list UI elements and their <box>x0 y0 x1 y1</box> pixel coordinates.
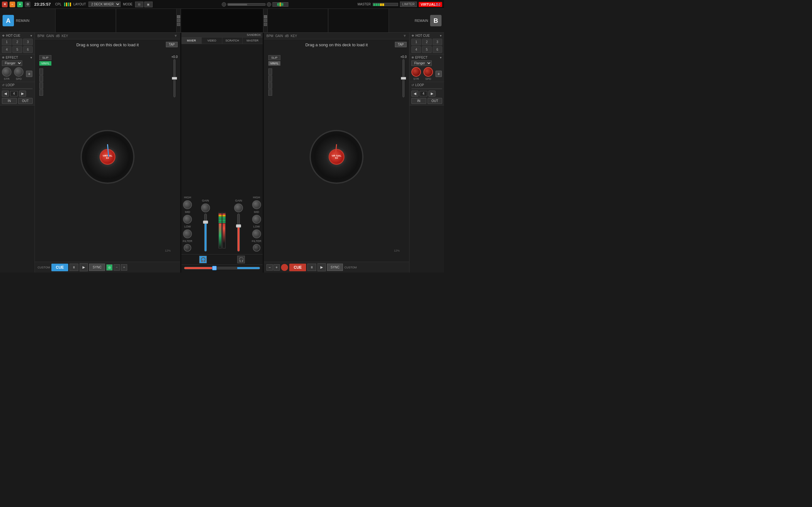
tap-b-btn[interactable]: TAP <box>395 42 407 47</box>
close-btn[interactable]: ✕ <box>2 2 8 7</box>
in-a-btn[interactable]: IN <box>2 98 17 104</box>
hot-cue-a-4[interactable]: 4 <box>2 46 11 53</box>
hot-cue-b-2[interactable]: 2 <box>422 39 432 45</box>
tap-a-btn[interactable]: TAP <box>166 42 177 47</box>
mid-left-knob[interactable] <box>183 215 192 224</box>
slip-a-btn[interactable]: SLIP <box>39 55 51 60</box>
side-btn-b1[interactable] <box>268 68 272 75</box>
high-right-knob[interactable] <box>252 200 261 209</box>
play-b-btn[interactable]: ▶ <box>317 263 326 271</box>
effect-a-select[interactable]: Flanger <box>2 60 22 66</box>
hot-cue-a-3[interactable]: 3 <box>23 39 33 45</box>
turntable-b[interactable]: VIRTUALDJ <box>310 130 363 184</box>
hot-cue-a-6[interactable]: 6 <box>23 46 33 53</box>
effect-b-add[interactable]: + <box>436 71 442 77</box>
in-b-btn[interactable]: IN <box>411 98 426 104</box>
side-btn-b3[interactable] <box>268 82 272 89</box>
pitch-a-track[interactable] <box>173 59 175 97</box>
waveform-ctrl-3[interactable] <box>177 23 180 26</box>
waveform-ctrl-2[interactable] <box>177 19 180 22</box>
loop-b-next[interactable]: ▶ <box>428 91 436 97</box>
red-dot-b[interactable] <box>281 264 288 271</box>
side-btn-a1[interactable] <box>39 68 43 75</box>
hot-cue-b-6[interactable]: 6 <box>433 46 442 53</box>
pitch-b-track[interactable] <box>403 59 404 97</box>
side-btn-a2[interactable] <box>39 75 43 82</box>
waveform-ctrl-b2[interactable] <box>264 19 267 22</box>
vinyl-b-btn[interactable]: VINYL <box>268 61 281 66</box>
mixer-tab-master[interactable]: MASTER <box>243 38 263 44</box>
gain-right-knob[interactable] <box>234 204 243 212</box>
mixer-tab-mixer[interactable]: MIXER <box>182 38 202 44</box>
loop-a-title: LOOP <box>6 83 14 87</box>
side-btn-b4[interactable] <box>268 89 272 96</box>
side-btn-b2[interactable] <box>268 75 272 82</box>
out-b-btn[interactable]: OUT <box>427 98 443 104</box>
effect-a-add[interactable]: + <box>26 71 32 77</box>
filter-left-knob[interactable] <box>184 244 191 251</box>
pitch-b-thumb[interactable] <box>401 77 406 79</box>
hot-cue-a-2[interactable]: 2 <box>12 39 22 45</box>
mixer-tab-scratch[interactable]: SCRATCH <box>222 38 243 44</box>
hot-cue-b-5[interactable]: 5 <box>422 46 432 53</box>
settings-btn[interactable]: ⚙ <box>25 2 31 7</box>
loop-a-prev[interactable]: ◀ <box>2 91 9 97</box>
waveform-ctrl-1[interactable] <box>177 15 180 18</box>
mixer-mode-select[interactable]: 2 DECK MIXER <box>89 2 120 7</box>
transport-a-icon-3[interactable]: + <box>121 264 127 271</box>
side-btn-a4[interactable] <box>39 89 43 96</box>
plus-b-btn[interactable]: + <box>273 264 280 271</box>
maximize-btn[interactable]: + <box>17 2 23 7</box>
pause-a-btn[interactable]: ⏸ <box>69 264 78 271</box>
pause-b-btn[interactable]: ⏸ <box>307 264 316 271</box>
str-b-knob[interactable] <box>411 67 421 77</box>
cf-thumb[interactable] <box>212 266 217 270</box>
pitch-a-thumb[interactable] <box>172 77 177 79</box>
hot-cue-a-5[interactable]: 5 <box>12 46 22 53</box>
str-knob[interactable] <box>2 67 11 77</box>
minus-b-btn[interactable]: − <box>266 264 273 271</box>
cue-a-btn[interactable]: CUE <box>51 264 68 271</box>
slip-b-btn[interactable]: SLIP <box>268 55 281 60</box>
spd-b-knob[interactable] <box>423 67 433 77</box>
cue-b-btn[interactable]: CUE <box>289 264 306 271</box>
minimize-btn[interactable]: − <box>9 2 15 7</box>
fader-left-fill <box>205 222 206 251</box>
limiter-button[interactable]: LIMITER <box>400 2 417 7</box>
fader-left-thumb[interactable] <box>203 221 208 224</box>
fader-right-thumb[interactable] <box>236 224 241 228</box>
headphone-left-btn[interactable]: 🎧 <box>199 256 207 263</box>
deck-a-down-icon[interactable]: ▼ <box>174 34 177 38</box>
out-a-btn[interactable]: OUT <box>18 98 33 104</box>
mode-icon-2[interactable]: ▣ <box>144 2 153 7</box>
mixer-tab-video[interactable]: VIDEO <box>202 38 222 44</box>
side-btn-a3[interactable] <box>39 82 43 89</box>
gain-left-knob[interactable] <box>201 204 210 212</box>
headphone-right-btn[interactable]: 🎧 <box>237 256 245 263</box>
loop-a-next[interactable]: ▶ <box>19 91 26 97</box>
sync-a-btn[interactable]: SYNC <box>89 264 105 271</box>
hot-cue-b-3[interactable]: 3 <box>433 39 442 45</box>
vinyl-a-btn[interactable]: VINYL <box>39 61 51 66</box>
waveform-ctrl-b1[interactable] <box>264 15 267 18</box>
high-left-knob[interactable] <box>183 200 192 209</box>
hot-cue-b-1[interactable]: 1 <box>411 39 421 45</box>
transport-a-icon-2[interactable]: − <box>113 264 120 271</box>
crossfader-track[interactable] <box>184 267 260 269</box>
sync-b-btn[interactable]: SYNC <box>327 264 343 271</box>
transport-a-icon-1[interactable]: ◎ <box>106 264 113 271</box>
hot-cue-b-4[interactable]: 4 <box>411 46 421 53</box>
filter-right-knob[interactable] <box>253 244 260 251</box>
low-left-knob[interactable] <box>183 229 192 238</box>
mid-right-knob[interactable] <box>252 215 261 224</box>
play-a-btn[interactable]: ▶ <box>80 263 88 271</box>
effect-b-select[interactable]: Flanger <box>411 60 432 66</box>
waveform-ctrl-b3[interactable] <box>264 23 267 26</box>
deck-b-down-icon[interactable]: ▼ <box>403 34 407 38</box>
low-right-knob[interactable] <box>252 229 261 238</box>
loop-b-prev[interactable]: ◀ <box>411 91 418 97</box>
hot-cue-a-1[interactable]: 1 <box>2 39 11 45</box>
spd-knob[interactable] <box>14 67 23 77</box>
turntable-a[interactable]: VIRTUALDJ <box>81 130 135 184</box>
mode-icon-1[interactable]: ⊟ <box>135 2 143 7</box>
